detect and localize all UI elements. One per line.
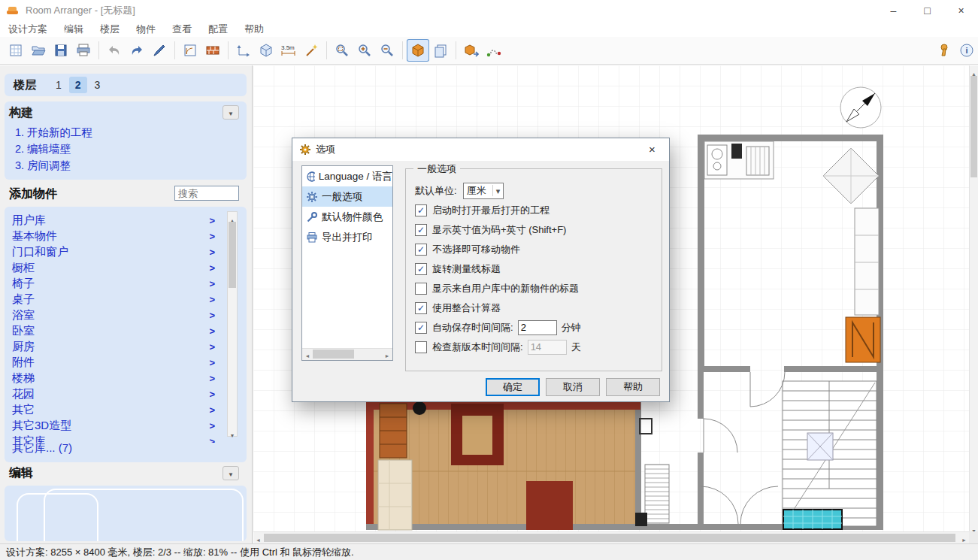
dialog-titlebar[interactable]: 选项 × [292, 138, 669, 161]
category-item-bedroom[interactable]: 卧室 [5, 323, 247, 339]
scrollbar-thumb[interactable] [970, 76, 977, 177]
undo-button[interactable] [103, 39, 126, 62]
dimensions-button[interactable] [232, 39, 255, 62]
category-item-tables[interactable]: 桌子 [5, 292, 247, 307]
scroll-left-icon[interactable] [253, 532, 263, 543]
toolbar: 3.5m i [0, 37, 978, 65]
category-item-stairs[interactable]: 楼梯 [5, 371, 247, 386]
magic-wand-button[interactable] [300, 39, 322, 62]
category-item-chairs[interactable]: 椅子 [5, 276, 247, 292]
checkbox[interactable] [415, 283, 427, 295]
autosave-interval-input[interactable] [518, 320, 557, 335]
zoom-window-button[interactable] [331, 39, 353, 62]
scroll-down-icon[interactable] [228, 427, 237, 436]
minimize-button[interactable]: – [877, 0, 910, 21]
nav-item-general[interactable]: 一般选项 [302, 186, 392, 207]
category-item-kitchen[interactable]: 厨房 [5, 339, 247, 355]
scroll-left-icon[interactable] [302, 349, 313, 359]
checkbox[interactable]: ✓ [415, 224, 427, 236]
scroll-right-icon[interactable] [382, 349, 392, 359]
scroll-up-icon[interactable] [228, 212, 237, 221]
menu-item-design[interactable]: 设计方案 [0, 23, 56, 36]
copy-view-icon [433, 43, 448, 58]
category-item-cabinets[interactable]: 橱柜 [5, 260, 247, 276]
build-step-adjust-rooms[interactable]: 3. 房间调整 [15, 159, 71, 173]
category-item-garden[interactable]: 花园 [5, 386, 247, 402]
maximize-button[interactable]: □ [910, 0, 944, 21]
scroll-down-icon[interactable] [970, 522, 978, 531]
checkbox[interactable]: ✓ [415, 263, 427, 275]
help-button[interactable]: 帮助 [606, 378, 660, 396]
save-button[interactable] [50, 39, 72, 62]
checkbox[interactable]: ✓ [415, 322, 427, 334]
scroll-right-icon[interactable] [959, 532, 969, 543]
cancel-button[interactable]: 取消 [546, 378, 600, 396]
menu-item-edit[interactable]: 编辑 [56, 23, 92, 36]
option-label: 使用整合计算器 [432, 301, 501, 315]
floor-tab-3[interactable]: 3 [89, 77, 107, 93]
category-scrollbar[interactable] [227, 211, 238, 437]
checkbox[interactable]: ✓ [415, 244, 427, 256]
edit-collapse-button[interactable] [223, 466, 239, 480]
measure-button[interactable]: 3.5m [277, 39, 300, 62]
walkthrough-icon [486, 43, 501, 58]
about-button[interactable]: i [955, 39, 978, 62]
dialog-close-button[interactable]: × [635, 138, 669, 161]
category-item-other[interactable]: 其它 [5, 402, 247, 418]
menu-item-options[interactable]: 配置 [200, 23, 236, 36]
open-button[interactable] [27, 39, 50, 62]
nav-item-default-colors[interactable]: 默认物件颜色 [302, 207, 392, 227]
nav-item-export-print[interactable]: 导出并打印 [302, 227, 392, 247]
scrollbar-thumb[interactable] [313, 350, 354, 359]
publish-button[interactable] [933, 39, 955, 62]
redo-button[interactable] [126, 39, 148, 62]
new-project-button[interactable] [5, 39, 27, 62]
scroll-up-icon[interactable] [970, 65, 978, 74]
menu-item-object[interactable]: 物件 [128, 23, 164, 36]
view-3d-button[interactable] [407, 39, 429, 62]
zoom-in-button[interactable] [353, 39, 376, 62]
walkthrough-button[interactable] [483, 39, 505, 62]
build-panel: 构建 1. 开始新的工程 2. 编辑墙壁 3. 房间调整 [5, 101, 247, 180]
menu-item-help[interactable]: 帮助 [236, 23, 272, 36]
category-item-doors-windows[interactable]: 门口和窗户 [5, 244, 247, 260]
scrollbar-thumb[interactable] [229, 222, 236, 288]
options-gear-icon [299, 144, 311, 156]
tiles-button[interactable] [201, 39, 224, 62]
build-header: 构建 [9, 105, 33, 121]
object-3d-button[interactable] [255, 39, 277, 62]
menu-item-floor[interactable]: 楼层 [92, 23, 128, 36]
nav-item-language[interactable]: Language / 语言 [302, 166, 392, 186]
search-input[interactable] [174, 186, 239, 201]
close-button[interactable]: × [944, 0, 978, 21]
menu-item-view[interactable]: 查看 [164, 23, 200, 36]
build-step-new-project[interactable]: 1. 开始新的工程 [15, 126, 92, 140]
category-item-basic[interactable]: 基本物件 [5, 229, 247, 244]
canvas-vertical-scrollbar[interactable] [969, 65, 978, 531]
more-libraries-link[interactable]: 其它库... (7) [12, 441, 72, 456]
copy-view-button[interactable] [429, 39, 452, 62]
scrollbar-thumb[interactable] [264, 534, 955, 542]
checkbox[interactable]: ✓ [415, 302, 427, 314]
zoom-out-button[interactable] [376, 39, 398, 62]
category-item-other-3d[interactable]: 其它3D造型 [5, 418, 247, 434]
checkbox[interactable]: ✓ [415, 204, 427, 216]
chevron-right-icon [209, 262, 215, 274]
floor-tab-1[interactable]: 1 [50, 77, 68, 93]
export-3d-button[interactable] [460, 39, 483, 62]
wall-editor-button[interactable] [179, 39, 201, 62]
category-item-bathroom[interactable]: 浴室 [5, 307, 247, 323]
unit-select[interactable]: 厘米 [463, 183, 504, 199]
category-item-userlib[interactable]: 用户库 [5, 213, 247, 229]
nav-horizontal-scrollbar[interactable] [302, 348, 392, 360]
floor-tab-2[interactable]: 2 [69, 77, 87, 93]
checkbox[interactable] [415, 341, 427, 353]
print-button[interactable] [72, 39, 95, 62]
ok-button[interactable]: 确定 [486, 378, 540, 396]
category-item-accessories[interactable]: 附件 [5, 355, 247, 371]
canvas-horizontal-scrollbar[interactable] [253, 531, 969, 543]
zoom-out-icon [380, 43, 395, 58]
build-collapse-button[interactable] [223, 105, 239, 120]
format-brush-button[interactable] [148, 39, 171, 62]
build-step-edit-walls[interactable]: 2. 编辑墙壁 [15, 142, 71, 156]
